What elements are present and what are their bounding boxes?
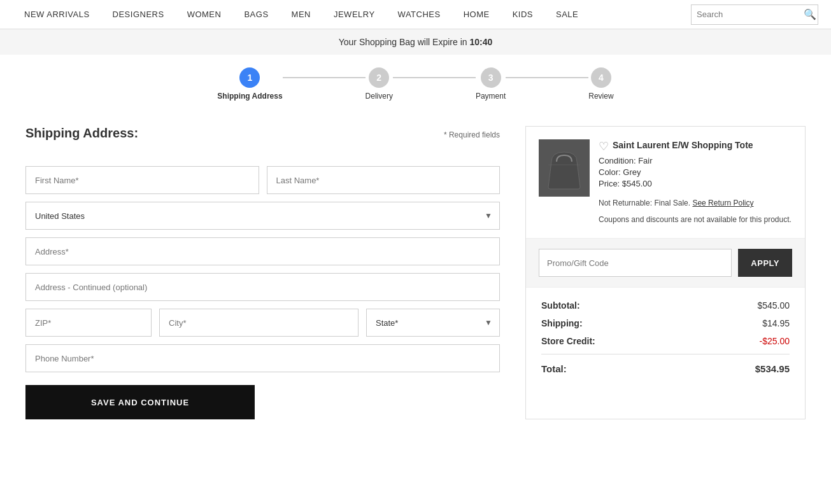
wishlist-icon[interactable]: ♡ (599, 139, 609, 153)
nav-item-kids[interactable]: KIDS (501, 0, 544, 29)
step-shipping: 1 Shipping Address (217, 67, 282, 101)
expiry-text: Your Shopping Bag will Expire in (339, 37, 470, 47)
product-color: Color: Grey (599, 167, 792, 177)
nav-item-jewelry[interactable]: JEWELRY (322, 0, 387, 29)
subtotal-row: Subtotal: $545.00 (541, 300, 790, 311)
store-credit-value: -$25.00 (760, 336, 790, 346)
form-title: Shipping Address: (25, 126, 138, 141)
product-name: Saint Laurent E/W Shopping Tote (613, 139, 753, 151)
product-info: ♡ Saint Laurent E/W Shopping Tote Condit… (599, 139, 792, 225)
zip-city-state-row: State* Alabama California New York Texas… (25, 309, 500, 337)
save-continue-button[interactable]: SAVE AND CONTINUE (25, 385, 255, 419)
step-label-3: Payment (476, 92, 506, 101)
expiry-banner: Your Shopping Bag will Expire in 10:40 (0, 29, 831, 55)
totals-section: Subtotal: $545.00 Shipping: $14.95 Store… (526, 288, 805, 395)
country-row: United States Canada United Kingdom ▼ (25, 202, 500, 230)
step-review: 4 Review (588, 67, 613, 101)
return-link[interactable]: See Return Policy (692, 199, 753, 207)
grand-total-row: Total: $534.95 (541, 354, 790, 374)
step-payment: 3 Payment (476, 67, 506, 101)
nav-item-new-arrivals[interactable]: NEW ARRIVALS (13, 0, 101, 29)
state-wrapper: State* Alabama California New York Texas… (366, 309, 500, 337)
apply-button[interactable]: APPLY (738, 249, 792, 277)
return-text: Not Returnable: Final Sale. (599, 199, 690, 207)
product-row: ♡ Saint Laurent E/W Shopping Tote Condit… (539, 139, 792, 225)
phone-row (25, 344, 500, 372)
store-credit-label: Store Credit: (541, 336, 595, 346)
address2-row (25, 273, 500, 301)
address-input[interactable] (25, 237, 500, 265)
step-line-2 (393, 77, 476, 78)
address-row (25, 237, 500, 265)
step-circle-4: 4 (591, 67, 611, 88)
promo-input[interactable] (539, 249, 732, 277)
country-select[interactable]: United States Canada United Kingdom (25, 202, 500, 230)
form-section: Shipping Address: * Required fields Unit… (25, 126, 500, 419)
promo-section: APPLY (526, 239, 805, 288)
product-section: ♡ Saint Laurent E/W Shopping Tote Condit… (526, 127, 805, 239)
shipping-value: $14.95 (762, 318, 790, 328)
step-delivery: 2 Delivery (366, 67, 393, 101)
step-circle-3: 3 (481, 67, 501, 88)
nav-bar: NEW ARRIVALS DESIGNERS WOMEN BAGS MEN JE… (0, 0, 831, 29)
nav-item-designers[interactable]: DESIGNERS (101, 0, 176, 29)
nav-item-women[interactable]: WOMEN (176, 0, 233, 29)
nav-items: NEW ARRIVALS DESIGNERS WOMEN BAGS MEN JE… (13, 0, 691, 29)
name-row (25, 166, 500, 194)
nav-item-sale[interactable]: SALE (544, 0, 590, 29)
step-label-4: Review (588, 92, 613, 101)
return-policy: Not Returnable: Final Sale. See Return P… (599, 197, 792, 209)
total-value: $534.95 (755, 363, 790, 374)
shipping-row: Shipping: $14.95 (541, 318, 790, 328)
city-input[interactable] (159, 309, 359, 337)
step-label-1: Shipping Address (217, 92, 282, 101)
first-name-input[interactable] (25, 166, 259, 194)
search-input[interactable] (697, 10, 804, 19)
subtotal-label: Subtotal: (541, 300, 580, 311)
product-image (539, 139, 590, 197)
subtotal-value: $545.00 (757, 300, 790, 311)
nav-item-bags[interactable]: BAGS (232, 0, 280, 29)
nav-item-men[interactable]: MEN (280, 0, 322, 29)
step-line-1 (283, 77, 366, 78)
shipping-label: Shipping: (541, 318, 583, 328)
country-wrapper: United States Canada United Kingdom ▼ (25, 202, 500, 230)
checkout-steps: 1 Shipping Address 2 Delivery 3 Payment … (0, 55, 831, 107)
product-header-row: ♡ Saint Laurent E/W Shopping Tote (599, 139, 792, 156)
main-layout: Shipping Address: * Required fields Unit… (0, 107, 831, 438)
step-circle-2: 2 (369, 67, 389, 88)
nav-item-home[interactable]: HOME (452, 0, 501, 29)
state-select[interactable]: State* Alabama California New York Texas (366, 309, 500, 337)
last-name-input[interactable] (267, 166, 501, 194)
product-condition: Condition: Fair (599, 156, 792, 165)
step-circle-1: 1 (239, 67, 260, 88)
phone-input[interactable] (25, 344, 500, 372)
step-label-2: Delivery (366, 92, 393, 101)
total-label: Total: (541, 363, 567, 374)
search-box: 🔍 (691, 4, 818, 25)
search-icon[interactable]: 🔍 (804, 8, 816, 20)
address2-input[interactable] (25, 273, 500, 301)
order-summary: ♡ Saint Laurent E/W Shopping Tote Condit… (525, 126, 806, 419)
step-line-3 (506, 77, 588, 78)
zip-input[interactable] (25, 309, 152, 337)
store-credit-row: Store Credit: -$25.00 (541, 336, 790, 346)
coupon-note: Coupons and discounts are not available … (599, 214, 792, 225)
nav-item-watches[interactable]: WATCHES (387, 0, 452, 29)
product-price: Price: $545.00 (599, 179, 792, 188)
required-note: * Required fields (444, 130, 500, 139)
expiry-time: 10:40 (469, 37, 492, 47)
